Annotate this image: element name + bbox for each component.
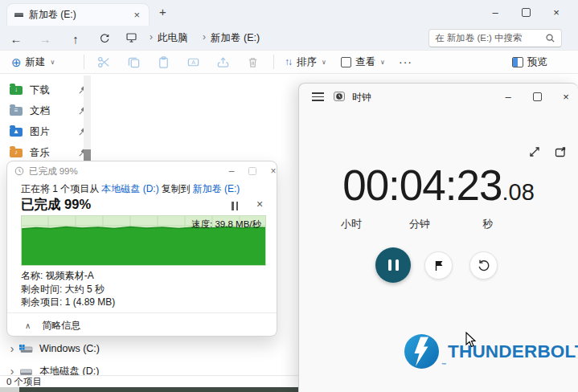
- expand-icon: [528, 145, 541, 158]
- paste-button[interactable]: [156, 55, 170, 69]
- delete-button[interactable]: [245, 55, 260, 69]
- view-button[interactable]: 查看 ∨: [341, 51, 385, 73]
- tab-close-icon[interactable]: ×: [131, 9, 142, 21]
- paste-icon: [157, 55, 170, 69]
- explorer-tab[interactable]: 新加卷 (E:) ×: [6, 3, 150, 26]
- more-button[interactable]: ···: [399, 51, 412, 73]
- up-button[interactable]: ↑: [66, 29, 85, 48]
- drive-label: Windows (C:): [39, 343, 100, 354]
- maximize-icon: [248, 167, 256, 175]
- pause-icon: [232, 202, 234, 210]
- share-icon: [216, 55, 230, 69]
- toggle-label: 简略信息: [42, 319, 80, 333]
- rename-icon: A: [187, 55, 200, 69]
- rename-button[interactable]: A: [186, 55, 200, 69]
- clock-maximize-button[interactable]: [524, 85, 550, 108]
- drive-icon: [14, 10, 24, 20]
- trash-icon: [246, 55, 260, 69]
- stopwatch-lap-button[interactable]: [424, 251, 453, 280]
- clock-title: 时钟: [352, 91, 371, 104]
- compact-overlay-button[interactable]: [551, 143, 569, 161]
- toolbar-separator: [84, 55, 84, 69]
- stopwatch-display: 00:04:23.08: [299, 161, 578, 210]
- explorer-minimize-button[interactable]: –: [481, 0, 510, 24]
- screen: 新加卷 (E:) × + – × ← → ↑ › 此电脑 › 新加卷 (E:) …: [0, 0, 578, 392]
- progress-heading: 已完成 99%: [21, 196, 91, 214]
- copy-details: 名称: 视频素材-A 剩余时间: 大约 5 秒 剩余项目: 1 (4.89 MB…: [21, 269, 115, 309]
- search-input[interactable]: 在 新加卷 (E:) 中搜索: [428, 29, 562, 47]
- item-count: 0 个项目: [6, 376, 42, 388]
- expand-chevron-icon[interactable]: ›: [5, 342, 19, 355]
- svg-text:A: A: [191, 59, 195, 65]
- refresh-button[interactable]: [95, 29, 114, 48]
- clock-title-bar: 时钟 – ×: [299, 84, 578, 111]
- detail-time-left: 剩余时间: 大约 5 秒: [21, 283, 115, 296]
- back-button[interactable]: ←: [6, 29, 26, 48]
- cut-button[interactable]: [96, 55, 111, 69]
- destination-link[interactable]: 新加卷 (E:): [193, 183, 240, 194]
- crumb-separator-icon: ›: [150, 31, 153, 43]
- breadcrumb-this-pc[interactable]: 此电脑: [158, 31, 188, 45]
- dialog-minimize-button[interactable]: –: [221, 161, 242, 181]
- chevron-down-icon: ∨: [51, 59, 55, 66]
- stopwatch-reset-button[interactable]: [469, 251, 498, 280]
- preview-button[interactable]: 预览: [512, 51, 547, 73]
- desc-mid: 复制到: [162, 183, 191, 194]
- sidebar-item-downloads[interactable]: ↓ 下载: [10, 80, 87, 100]
- stopwatch-time: 00:04:23: [342, 161, 502, 209]
- new-label: 新建: [26, 55, 46, 69]
- forward-button[interactable]: →: [35, 29, 55, 48]
- sort-button[interactable]: ↑↓ 排序 ∨: [285, 51, 326, 73]
- clock-window: 时钟 – × 00:04:23.08 小时 分钟 秒 ™ THUNDERBOL: [298, 83, 578, 392]
- scissors-icon: [97, 55, 111, 69]
- share-button[interactable]: [215, 55, 230, 69]
- new-tab-button[interactable]: +: [159, 5, 166, 18]
- search-placeholder: 在 新加卷 (E:) 中搜索: [435, 32, 545, 44]
- new-button[interactable]: ⊕ 新建 ∨: [11, 51, 55, 73]
- pictures-folder-icon: ▲: [10, 128, 23, 137]
- copy-icon: [127, 55, 141, 69]
- stopwatch-fraction: .08: [502, 179, 534, 205]
- fewer-details-toggle[interactable]: ∧ 简略信息: [25, 316, 80, 335]
- chevron-down-icon: ∨: [380, 59, 385, 66]
- chevron-down-icon: ∨: [322, 59, 326, 66]
- sort-label: 排序: [297, 55, 317, 69]
- copy-description: 正在将 1 个项目从本地磁盘 (D:)复制到新加卷 (E:): [21, 182, 242, 196]
- seconds-label: 秒: [464, 217, 512, 231]
- downloads-folder-icon: ↓: [10, 86, 23, 95]
- pause-icon: [388, 259, 391, 271]
- refresh-icon: [99, 33, 110, 44]
- pause-icon: [396, 259, 399, 271]
- sidebar-item-pictures[interactable]: ▲ 图片: [10, 122, 87, 141]
- clock-close-button[interactable]: ×: [553, 85, 578, 108]
- dialog-title: 已完成 99%: [29, 165, 78, 178]
- sidebar-scrollbar[interactable]: [84, 76, 91, 162]
- copy-clock-icon: [14, 166, 24, 176]
- address-bar: ← → ↑ › 此电脑 › 新加卷 (E:) 在 新加卷 (E:) 中搜索: [0, 26, 578, 50]
- copy-button[interactable]: [126, 55, 141, 69]
- maximize-icon: [522, 8, 531, 17]
- view-label: 查看: [355, 55, 375, 69]
- this-pc-icon[interactable]: [125, 32, 137, 43]
- explorer-close-button[interactable]: ×: [542, 0, 571, 24]
- sidebar-item-music[interactable]: ♪ 音乐: [10, 143, 87, 162]
- clock-minimize-button[interactable]: –: [495, 85, 521, 108]
- source-link[interactable]: 本地磁盘 (D:): [101, 183, 158, 194]
- cancel-copy-button[interactable]: ×: [256, 198, 263, 210]
- breadcrumb-current[interactable]: 新加卷 (E:): [211, 31, 260, 45]
- dialog-close-button[interactable]: ×: [263, 161, 284, 181]
- sidebar-item-label: 音乐: [30, 146, 76, 160]
- pause-copy-button[interactable]: [228, 201, 241, 211]
- menu-button[interactable]: [312, 92, 324, 101]
- expand-button[interactable]: [526, 143, 543, 161]
- sidebar-item-windows-c[interactable]: › Windows (C:): [5, 339, 150, 358]
- preview-pane-icon: [512, 57, 523, 67]
- stopwatch-pause-button[interactable]: [375, 247, 411, 283]
- music-folder-icon: ♪: [10, 149, 23, 157]
- tab-title: 新加卷 (E:): [29, 8, 131, 22]
- sidebar-item-documents[interactable]: ≡ 文档: [10, 101, 87, 120]
- dialog-maximize-button[interactable]: [242, 161, 263, 181]
- explorer-maximize-button[interactable]: [511, 0, 540, 24]
- command-bar: ⊕ 新建 ∨ A ↑↓: [0, 50, 578, 74]
- trademark-symbol: ™: [441, 362, 446, 367]
